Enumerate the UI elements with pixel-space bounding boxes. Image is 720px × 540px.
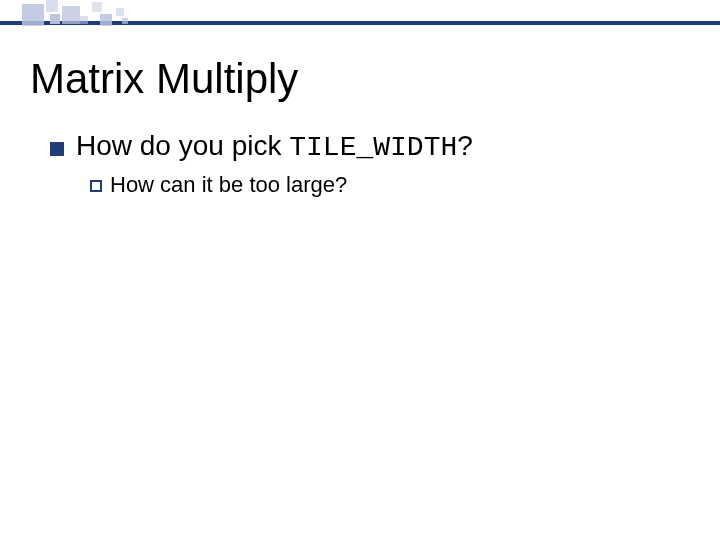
decor-square [50, 14, 60, 24]
bullet-open-square-icon [90, 180, 102, 192]
bullet1-code: TILE_WIDTH [289, 132, 457, 163]
bullet1-prefix: How do you pick [76, 130, 289, 161]
decor-square [46, 0, 58, 12]
decor-square [100, 14, 112, 26]
decor-square [22, 4, 44, 26]
decor-square [92, 2, 102, 12]
slide-title: Matrix Multiply [30, 55, 298, 103]
decor-square [122, 18, 128, 24]
decor-square [80, 16, 88, 24]
header-decoration [0, 0, 720, 30]
bullet-level2: How can it be too large? [90, 172, 347, 198]
bullet1-suffix: ? [457, 130, 473, 161]
decor-square [62, 6, 80, 24]
bullet-square-icon [50, 142, 64, 156]
bullet-level1: How do you pick TILE_WIDTH? [50, 130, 473, 163]
bullet1-text: How do you pick TILE_WIDTH? [76, 130, 473, 163]
decor-square [116, 8, 124, 16]
bullet2-text: How can it be too large? [110, 172, 347, 198]
